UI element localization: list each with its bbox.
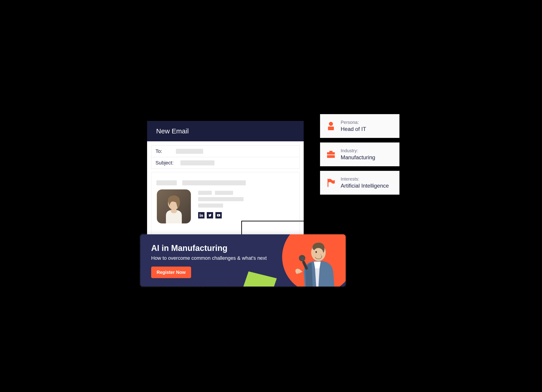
- persona-label: Persona:: [341, 120, 366, 125]
- svg-rect-10: [328, 127, 334, 130]
- youtube-icon[interactable]: [215, 212, 222, 219]
- subject-placeholder: [180, 160, 215, 165]
- svg-rect-13: [327, 155, 335, 158]
- industry-value: Manufacturing: [341, 154, 375, 161]
- attribute-cards-panel: Persona: Head of IT Industry: Manufactur…: [320, 114, 400, 195]
- sig-placeholder: [198, 191, 212, 195]
- twitter-icon[interactable]: [207, 212, 213, 219]
- svg-point-1: [171, 209, 177, 213]
- to-label: To:: [156, 148, 171, 154]
- register-button[interactable]: Register Now: [151, 267, 191, 278]
- content-placeholder: [182, 180, 246, 185]
- content-placeholder: [156, 180, 177, 185]
- persona-card: Persona: Head of IT: [320, 114, 400, 138]
- persona-value: Head of IT: [341, 126, 366, 132]
- to-placeholder: [176, 149, 203, 154]
- flag-icon: [326, 178, 336, 187]
- promo-banner[interactable]: AI in Manufacturing How to overcome comm…: [140, 234, 346, 286]
- svg-rect-2: [200, 215, 201, 217]
- person-icon: [326, 121, 336, 131]
- svg-point-9: [329, 122, 333, 126]
- svg-rect-12: [327, 152, 335, 155]
- svg-point-3: [200, 214, 201, 214]
- interests-card: Interests: Artificial Intelligence: [320, 171, 400, 195]
- svg-rect-14: [327, 179, 328, 187]
- sig-placeholder: [198, 204, 223, 208]
- email-header-title: New Email: [147, 121, 304, 141]
- linkedin-icon[interactable]: [198, 212, 205, 219]
- briefcase-icon: [326, 150, 336, 159]
- to-field-row[interactable]: To:: [151, 146, 299, 157]
- sender-avatar: [157, 189, 191, 223]
- industry-label: Industry:: [341, 148, 375, 153]
- sig-placeholder: [215, 191, 233, 195]
- sig-placeholder: [198, 197, 244, 201]
- speaker-image: [287, 236, 341, 286]
- subject-label: Subject:: [156, 160, 176, 166]
- industry-card: Industry: Manufacturing: [320, 142, 400, 166]
- interests-value: Artificial Intelligence: [341, 183, 389, 189]
- email-signature: [156, 189, 294, 223]
- banner-decoration-shape: [239, 271, 277, 286]
- interests-label: Interests:: [341, 177, 389, 182]
- svg-point-6: [315, 251, 317, 253]
- subject-field-row[interactable]: Subject:: [151, 157, 299, 169]
